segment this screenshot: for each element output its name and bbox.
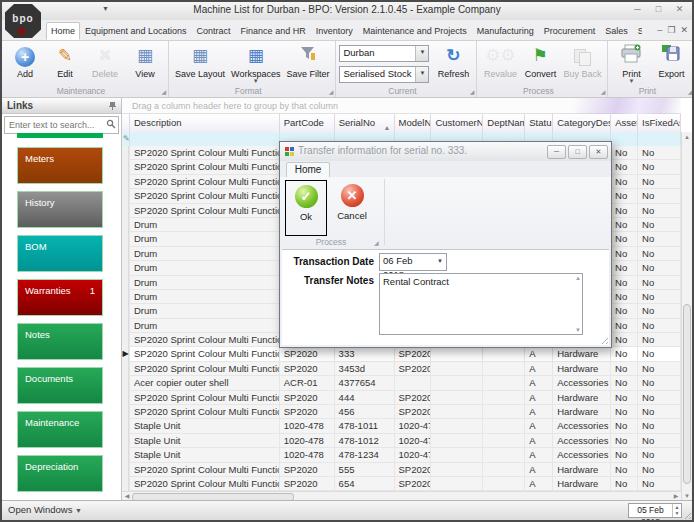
tab-maintenance-and-projects[interactable]: Maintenance and Projects [358,22,472,40]
scroll-up-icon[interactable]: ▲ [682,132,692,142]
tab-service[interactable]: Service [633,22,642,40]
save-layout-button[interactable]: ▦Save Layout [172,43,228,80]
dialog-tab-home[interactable]: Home [286,162,330,178]
vertical-scroll-thumb[interactable] [683,304,691,484]
cancel-button[interactable]: ✕ Cancel [332,180,372,234]
search-input[interactable] [7,118,103,132]
sidebar-item-maintenance[interactable]: Maintenance [17,411,103,448]
column-header-status[interactable]: Status [525,114,553,132]
window-resize-grip[interactable] [682,510,691,519]
print-button[interactable]: Print▼ [611,43,651,85]
notes-scroll-down-icon[interactable]: ▼ [575,327,581,333]
mdi-restore-button[interactable]: ❐ [667,24,675,36]
column-header-partcode[interactable]: PartCode [280,114,335,132]
ok-button[interactable]: ✓ Ok [285,180,327,236]
tab-sales[interactable]: Sales [600,22,633,40]
status-date-field[interactable]: 05 Feb 2018 ▲▼ [628,503,682,518]
tab-procurement[interactable]: Procurement [539,22,601,40]
save-filter-button[interactable]: Save Filter [283,43,332,80]
add-button[interactable]: +Add [5,43,45,80]
serialised-stock-select[interactable]: Serialised Stock▼ [339,66,429,83]
column-header-customername[interactable]: CustomerName [431,114,483,132]
filter-cell[interactable] [638,132,681,146]
table-row[interactable]: SP2020 Sprint Colour Multi Functional Co… [122,463,681,477]
tab-contract[interactable]: Contract [192,22,236,40]
group-launcher-icon[interactable]: ◢ [470,88,475,95]
column-header-serialno[interactable]: SerialNo▲ [335,114,395,132]
table-row[interactable]: SP2020 Sprint Colour Multi Functional Co… [122,477,681,491]
transaction-date-picker[interactable]: 06 Feb 2018 ▼ [379,253,447,271]
edit-button[interactable]: ✎Edit [45,43,85,80]
window-close-button[interactable]: ✕ [671,3,688,16]
column-header-description[interactable]: Description [130,114,280,132]
mdi-minimize-button[interactable]: – [657,24,662,36]
dialog-maximize-button[interactable]: □ [568,145,587,159]
tab-manufacturing[interactable]: Manufacturing [472,22,539,40]
column-header-categorydesc[interactable]: CategoryDesc [553,114,611,132]
sidebar-item-meters[interactable]: Meters [17,147,103,184]
table-row[interactable]: Staple Unit1020-478478-10121020-478AAcce… [122,434,681,448]
group-launcher-icon[interactable]: ◢ [161,88,166,95]
column-header-deptname[interactable]: DeptName [483,114,525,132]
refresh-button[interactable]: ↻Refresh [433,43,473,80]
chevron-down-icon[interactable]: ▼ [434,254,446,270]
sidebar-item-history[interactable]: History [17,191,103,228]
row-indicator [122,304,130,318]
sidebar-item-documents[interactable]: Documents [17,367,103,404]
column-header-asset[interactable]: Asset [611,114,638,132]
tab-inventory[interactable]: Inventory [311,22,358,40]
tab-equipment-and-locations[interactable]: Equipment and Locations [80,22,192,40]
quick-access-dropdown-icon[interactable]: ▼ [102,5,109,12]
table-row[interactable]: Staple Unit1020-478478-12341020-478AAcce… [122,448,681,462]
cell-description: Drum [130,261,280,275]
table-row[interactable]: SP2020 Sprint Colour Multi Functional Co… [122,362,681,376]
date-spinner[interactable]: ▲▼ [672,504,681,517]
cell-isfixedasset: No [638,189,681,203]
window-maximize-button[interactable]: □ [650,3,667,16]
column-header-isfixedasset[interactable]: IsFixedAsset [638,114,681,132]
app-logo[interactable]: bpo [5,4,41,38]
notes-scroll-up-icon[interactable]: ▲ [575,275,581,281]
filter-cell[interactable] [611,132,638,146]
group-launcher-icon[interactable]: ◢ [374,239,379,246]
column-header-modelno[interactable]: ModelNo [395,114,432,132]
dialog-close-button[interactable]: ✕ [589,145,608,159]
transfer-notes-input[interactable]: Rental Contract ▲ ▼ [379,273,583,335]
chevron-down-icon[interactable]: ▼ [415,67,428,82]
dialog-minimize-button[interactable]: ─ [547,145,566,159]
sidebar-item-warranties[interactable]: Warranties1 [17,279,103,316]
table-row[interactable]: SP2020 Sprint Colour Multi Functional Co… [122,405,681,419]
workspaces-button[interactable]: ▦Workspaces▼ [228,43,283,85]
chevron-down-icon[interactable]: ▼ [415,46,428,61]
pin-icon[interactable] [108,101,117,110]
tab-finance-and-hr[interactable]: Finance and HR [236,22,311,40]
table-row[interactable]: Acer copier outer shellACR-014377654AAcc… [122,376,681,390]
mdi-close-button[interactable]: ✕ [680,24,688,36]
cell-serialno: 478-1234 [335,448,395,462]
durban-select[interactable]: Durban▼ [339,45,429,62]
vertical-scrollbar[interactable]: ▲ ▼ [681,132,692,501]
window-minimize-button[interactable]: ─ [629,3,646,16]
export-button[interactable]: Export [651,43,691,80]
group-launcher-icon[interactable]: ◢ [329,88,334,95]
sidebar-item-bom[interactable]: BOM [17,235,103,272]
convert-button[interactable]: ⚑Convert [520,43,560,80]
table-row[interactable]: ▶SP2020 Sprint Colour Multi Functional C… [122,347,681,361]
buy-back-button: Buy Back [560,43,604,80]
group-by-panel[interactable]: Drag a column header here to group by th… [122,98,681,114]
group-launcher-icon[interactable]: ◢ [688,88,693,95]
sidebar-item-notes[interactable]: Notes [17,323,103,360]
cell-customername [431,376,483,390]
sidebar-item-depreciation[interactable]: Depreciation [17,455,103,492]
cell-partcode: SP2020 [280,362,335,376]
sidebar-item-partial[interactable] [17,133,103,138]
view-button[interactable]: ▦View [125,43,165,80]
filter-cell[interactable] [130,132,280,146]
button-label: Revalue [483,69,517,79]
table-row[interactable]: Staple Unit1020-478478-10111020-478AAcce… [122,419,681,433]
tab-home[interactable]: Home [46,22,80,40]
table-row[interactable]: SP2020 Sprint Colour Multi Functional Co… [122,391,681,405]
group-launcher-icon[interactable]: ◢ [601,88,606,95]
dialog-resize-grip[interactable] [599,335,608,344]
open-windows-button[interactable]: Open Windows ▼ [8,504,82,515]
